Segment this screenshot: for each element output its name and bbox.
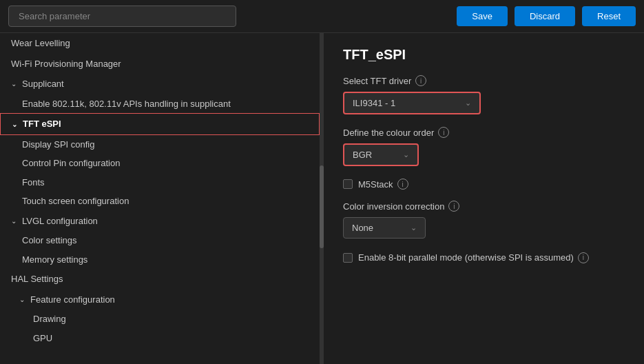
chevron-down-icon: ⌄: [11, 79, 17, 89]
tft-driver-select[interactable]: ILI9341 - 1 ⌄: [343, 92, 481, 114]
sidebar-item-touch-screen[interactable]: Touch screen configuration: [0, 192, 320, 211]
sidebar-item-memory-settings[interactable]: Memory settings: [0, 250, 320, 270]
sidebar-item-fonts[interactable]: Fonts: [0, 173, 320, 192]
chevron-down-icon: ⌄: [411, 223, 417, 232]
sidebar-item-lvgl[interactable]: ⌄ LVGL configuration: [0, 211, 320, 232]
sidebar-scrollbar-track[interactable]: [320, 33, 324, 364]
sidebar-item-label: Color settings: [22, 235, 76, 245]
chevron-down-icon: ⌄: [465, 99, 471, 108]
chevron-down-icon: ⌄: [12, 119, 17, 130]
m5stack-info-icon[interactable]: i: [397, 179, 408, 190]
colour-order-select[interactable]: BGR ⌄: [343, 143, 419, 166]
sidebar-item-label: HAL Settings: [11, 272, 63, 286]
m5stack-checkbox[interactable]: [343, 179, 353, 189]
chevron-down-icon: ⌄: [11, 216, 17, 226]
panel-title: TFT_eSPI: [343, 47, 625, 63]
sidebar-item-display-spi[interactable]: Display SPI config: [0, 135, 320, 154]
sidebar-item-tft-espi[interactable]: ⌄ TFT eSPI: [0, 113, 320, 135]
sidebar-item-label: Touch screen configuration: [22, 196, 129, 206]
main-content: Wear Levelling Wi-Fi Provisioning Manage…: [0, 33, 644, 364]
sidebar-item-label: GPU: [33, 333, 52, 343]
sidebar-item-label: Enable 802.11k, 802.11v APIs handling in…: [22, 99, 231, 109]
sidebar-item-hal-settings[interactable]: HAL Settings: [0, 269, 320, 290]
sidebar-item-label: Display SPI config: [22, 139, 95, 150]
sidebar: Wear Levelling Wi-Fi Provisioning Manage…: [0, 33, 324, 364]
sidebar-item-color-settings[interactable]: Color settings: [0, 231, 320, 250]
sidebar-item-label: LVGL configuration: [22, 214, 98, 228]
sidebar-item-supplicant-desc[interactable]: Enable 802.11k, 802.11v APIs handling in…: [0, 94, 320, 114]
sidebar-item-label: Feature configuration: [30, 293, 115, 307]
save-button[interactable]: Save: [457, 6, 508, 26]
sidebar-item-label: Supplicant: [22, 77, 64, 91]
colour-order-value: BGR: [353, 150, 372, 160]
m5stack-label: M5Stack i: [358, 179, 408, 190]
chevron-down-icon: ⌄: [19, 294, 25, 305]
sidebar-item-label: Wear Levelling: [11, 37, 70, 50]
sidebar-item-wifi-prov[interactable]: Wi-Fi Provisioning Manager: [0, 54, 320, 74]
color-inversion-info-icon[interactable]: i: [448, 201, 459, 212]
discard-button[interactable]: Discard: [515, 6, 575, 26]
tft-driver-info-icon[interactable]: i: [415, 75, 426, 86]
sidebar-item-label: Drawing: [33, 314, 66, 324]
sidebar-item-label: Memory settings: [22, 254, 87, 265]
sidebar-scrollbar-thumb[interactable]: [320, 165, 324, 248]
colour-order-label: Define the colour order i: [343, 127, 625, 138]
colour-order-info-icon[interactable]: i: [438, 127, 449, 138]
chevron-down-icon: ⌄: [403, 150, 409, 159]
right-panel: TFT_eSPI Select TFT driver i ILI9341 - 1…: [324, 33, 644, 364]
sidebar-item-control-pin[interactable]: Control Pin configuration: [0, 154, 320, 173]
parallel-mode-row: Enable 8-bit parallel mode (otherwise SP…: [343, 251, 625, 265]
parallel-mode-info-icon[interactable]: i: [578, 252, 589, 263]
color-inversion-select[interactable]: None ⌄: [343, 217, 426, 239]
sidebar-item-wear-levelling[interactable]: Wear Levelling: [0, 33, 320, 54]
sidebar-item-label: Wi-Fi Provisioning Manager: [11, 57, 121, 71]
sidebar-item-supplicant[interactable]: ⌄ Supplicant: [0, 74, 320, 94]
sidebar-item-label: Control Pin configuration: [22, 158, 120, 168]
m5stack-row: M5Stack i: [343, 179, 625, 190]
color-inversion-value: None: [352, 223, 373, 233]
parallel-mode-label: Enable 8-bit parallel mode (otherwise SP…: [358, 251, 589, 265]
reset-button[interactable]: Reset: [582, 6, 636, 26]
parallel-mode-checkbox[interactable]: [343, 253, 353, 263]
sidebar-item-label: Fonts: [22, 177, 45, 188]
search-input[interactable]: [8, 6, 236, 27]
sidebar-item-feature-config[interactable]: ⌄ Feature configuration: [0, 290, 320, 310]
tft-driver-label: Select TFT driver i: [343, 75, 625, 86]
tft-driver-value: ILI9341 - 1: [353, 98, 395, 108]
sidebar-item-drawing[interactable]: Drawing: [0, 310, 320, 329]
sidebar-item-gpu[interactable]: GPU: [0, 329, 320, 348]
top-bar: Save Discard Reset: [0, 0, 644, 33]
sidebar-list: Wear Levelling Wi-Fi Provisioning Manage…: [0, 33, 320, 364]
color-inversion-label: Color inversion correction i: [343, 201, 625, 212]
sidebar-item-label: TFT eSPI: [23, 117, 61, 131]
